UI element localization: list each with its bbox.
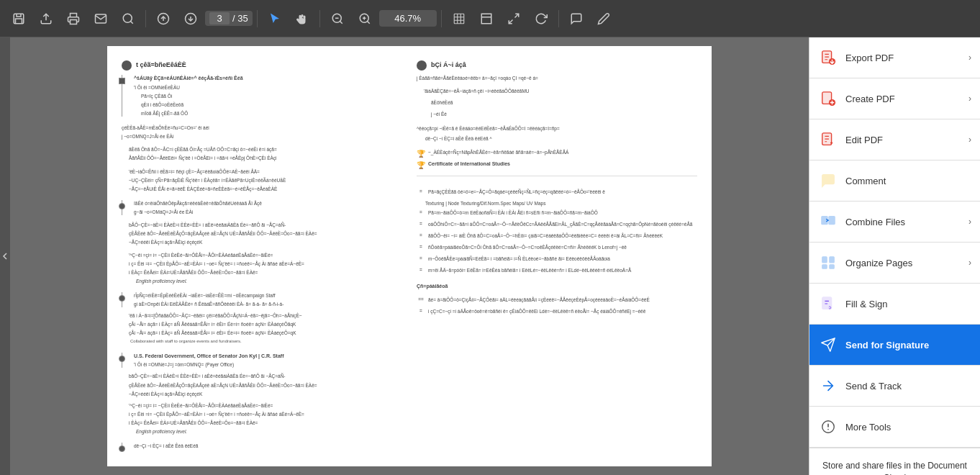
svg-rect-32 xyxy=(830,265,834,269)
page-navigation: 3 / 35 xyxy=(205,11,253,26)
separator-4 xyxy=(441,10,442,27)
svg-line-10 xyxy=(340,21,342,23)
zoom-out-button[interactable] xyxy=(325,6,350,32)
edit-pdf-item[interactable]: Edit PDF › xyxy=(809,119,980,160)
full-screen-button[interactable] xyxy=(501,6,527,32)
create-pdf-icon xyxy=(818,89,838,109)
svg-line-18 xyxy=(509,19,512,23)
edit-pdf-label: Edit PDF xyxy=(845,135,961,145)
organize-pages-label: Organize Pages xyxy=(845,258,961,268)
send-track-label: Send & Track xyxy=(845,381,971,392)
send-track-item[interactable]: Send & Track xyxy=(809,366,980,407)
fit-width-button[interactable] xyxy=(473,6,499,32)
separator-2 xyxy=(257,10,258,27)
fill-sign-label: Fill & Sign xyxy=(845,299,971,309)
zoom-select-input[interactable]: 46.7% 50% 75% 100% 125% 150% xyxy=(379,10,437,27)
send-track-icon xyxy=(818,376,838,396)
combine-files-label: Combine Files xyxy=(845,217,961,227)
main-area: t çêã=bñeEêáÈÈ ^ŝÁUãÿ ÈÇã=êÁUñÉÀiê=^ êéç… xyxy=(0,37,980,475)
svg-rect-29 xyxy=(822,257,827,263)
print-button[interactable] xyxy=(60,6,86,32)
export-pdf-arrow: › xyxy=(968,53,971,63)
cloud-text: Store and share files in the Document Cl… xyxy=(818,460,971,475)
page-number-input[interactable]: 3 xyxy=(209,12,230,24)
right-section-title: bÇi Á~i áçâ xyxy=(431,61,466,70)
organize-pages-arrow: › xyxy=(968,258,971,268)
pdf-left-column: t çêã=bñeEêáÈÈ ^ŝÁUãÿ ÈÇã=êÁUñÉÀiê=^ êéç… xyxy=(122,60,402,451)
separator-5 xyxy=(558,10,559,27)
svg-line-17 xyxy=(514,14,518,17)
zoom-selector[interactable]: 46.7% 50% 75% 100% 125% 150% xyxy=(379,10,437,27)
left-section-title: t çêã=bñeEêáÈÈ xyxy=(136,61,186,70)
svg-point-3 xyxy=(123,14,132,22)
comment-tool-button[interactable] xyxy=(563,6,589,32)
export-pdf-item[interactable]: Export PDF › xyxy=(809,37,980,78)
create-pdf-label: Create PDF xyxy=(845,94,961,104)
create-pdf-arrow: › xyxy=(968,94,971,104)
select-tool-button[interactable] xyxy=(262,6,288,32)
create-pdf-item[interactable]: Create PDF › xyxy=(809,78,980,119)
zoom-in-button[interactable] xyxy=(352,6,378,32)
hand-tool-button[interactable] xyxy=(289,6,315,32)
save-button[interactable] xyxy=(6,6,32,32)
svg-rect-33 xyxy=(822,297,832,309)
svg-rect-16 xyxy=(454,14,464,24)
fit-page-button[interactable] xyxy=(446,6,472,32)
svg-rect-27 xyxy=(822,217,827,225)
send-for-signature-item[interactable]: Send for Signature xyxy=(809,325,980,366)
toolbar: 3 / 35 46.7% 50% 75% 100% 125% 150% xyxy=(0,0,980,37)
comment-item[interactable]: Comment xyxy=(809,160,980,202)
svg-rect-31 xyxy=(822,265,827,269)
edit-pdf-icon xyxy=(818,130,838,150)
fill-sign-item[interactable]: Fill & Sign xyxy=(809,284,980,325)
right-panel: Export PDF › Create PDF › xyxy=(809,37,980,475)
fill-sign-icon xyxy=(818,294,838,314)
upload-button[interactable] xyxy=(33,6,59,32)
send-for-signature-icon xyxy=(818,335,838,355)
svg-rect-30 xyxy=(830,257,834,263)
combine-files-arrow: › xyxy=(968,217,971,227)
comment-icon xyxy=(818,171,838,191)
page-separator: / 35 xyxy=(232,13,248,24)
svg-line-4 xyxy=(130,21,132,23)
pdf-viewer[interactable]: t çêã=bñeEêáÈÈ ^ŝÁUãÿ ÈÇã=êÁUñÉÀiê=^ êéç… xyxy=(10,37,809,475)
combine-files-item[interactable]: Combine Files › xyxy=(809,202,980,243)
svg-rect-2 xyxy=(71,19,77,24)
svg-rect-28 xyxy=(829,217,835,225)
page-up-button[interactable] xyxy=(150,6,176,32)
edit-pdf-arrow: › xyxy=(968,135,971,145)
separator-1 xyxy=(145,10,146,27)
export-pdf-label: Export PDF xyxy=(845,53,961,63)
pdf-page: t çêã=bñeEêáÈÈ ^ŝÁUãÿ ÈÇã=êÁUñÉÀiê=^ êéç… xyxy=(107,46,712,466)
email-button[interactable] xyxy=(88,6,114,32)
more-tools-item[interactable]: More Tools xyxy=(809,407,980,448)
more-tools-label: More Tools xyxy=(845,422,971,433)
separator-3 xyxy=(319,10,320,27)
left-panel-collapse-button[interactable] xyxy=(0,37,10,475)
pdf-right-column: bÇi Á~i áçâ j Èáãã=ñãé=ÅãëÈéêáoé=êëb= â=… xyxy=(417,60,697,451)
rotate-button[interactable] xyxy=(528,6,554,32)
markup-tool-button[interactable] xyxy=(591,6,617,32)
export-pdf-icon xyxy=(818,48,838,68)
organize-pages-item[interactable]: Organize Pages › xyxy=(809,243,980,284)
combine-files-icon xyxy=(818,212,838,232)
svg-line-13 xyxy=(367,21,369,23)
send-for-signature-label: Send for Signature xyxy=(845,340,971,350)
organize-pages-icon xyxy=(818,253,838,273)
cloud-section: Store and share files in the Document Cl… xyxy=(809,448,980,475)
search-button[interactable] xyxy=(115,6,141,32)
more-tools-icon xyxy=(818,417,838,437)
page-down-button[interactable] xyxy=(178,6,204,32)
comment-label: Comment xyxy=(845,176,971,186)
